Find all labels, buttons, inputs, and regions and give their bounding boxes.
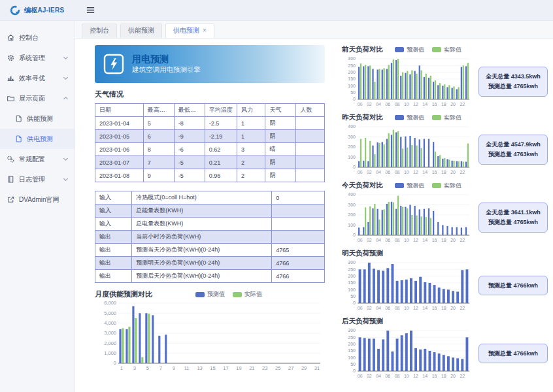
tab-console[interactable]: 控制台 xyxy=(82,24,117,38)
table-row: 2023-01-089-50.962阴 xyxy=(95,169,325,182)
svg-text:6,000: 6,000 xyxy=(104,301,116,306)
table-cell: 预测明天冷热负荷(KWH)(0-24h) xyxy=(132,257,272,270)
svg-text:02: 02 xyxy=(367,102,372,106)
actual-legend-swatch xyxy=(233,292,242,297)
table-cell: 7 xyxy=(143,156,174,169)
sidebar-item-energy-supply-forecast[interactable]: 供能预测 xyxy=(0,108,75,129)
svg-text:300: 300 xyxy=(348,56,356,61)
chart-day-before-yesterday: 0501001502002503000002040608101214161820… xyxy=(342,56,473,107)
sidebar-item-label: 供电预测 xyxy=(27,135,70,144)
monthly-chart-header: 月度供能预测对比 预测值 实际值 xyxy=(95,289,325,299)
svg-text:200: 200 xyxy=(348,70,356,74)
table-cell: 阴 xyxy=(265,130,296,143)
hamburger-menu-icon[interactable] xyxy=(84,4,97,16)
table-cell: 晴 xyxy=(265,143,296,156)
summary-line: 全天总量 4547.9kwh xyxy=(483,140,543,150)
predicted-legend-swatch xyxy=(395,115,404,120)
folder-icon xyxy=(7,94,15,103)
input-output-table: 输入冷热模式(0=coll H=hot)0输入总能量表数(KWH)输入总电量表数… xyxy=(95,191,325,283)
table-cell: 9 xyxy=(143,169,174,182)
content: 用电预测 建筑空调用电预测引擎 天气情况 日期最高温度最低温度平均温度风力天气人… xyxy=(75,39,553,392)
banner-title: 用电预测 xyxy=(132,54,201,65)
legend-label: 实际值 xyxy=(444,182,461,190)
svg-text:0: 0 xyxy=(353,165,356,169)
svg-text:16: 16 xyxy=(432,170,437,174)
brand-logo-icon xyxy=(9,5,21,16)
table-cell: 当前小时冷热负荷(KWH) xyxy=(132,231,272,244)
sidebar-item-general-config[interactable]: 常规配置 xyxy=(0,149,75,169)
svg-text:04: 04 xyxy=(376,238,381,242)
table-cell: 2 xyxy=(237,169,265,182)
file-icon xyxy=(14,114,23,123)
monthly-forecast-chart: 01,0002,0003,0004,0005,0006,000135791113… xyxy=(95,301,324,371)
svg-text:11: 11 xyxy=(184,365,190,371)
section-today: 今天负荷对比预测值实际值0100200300400000204060810121… xyxy=(342,181,548,243)
svg-text:50: 50 xyxy=(350,90,356,95)
sidebar-item-label: 供能预测 xyxy=(27,114,70,123)
predicted-legend-swatch xyxy=(395,183,404,188)
tab-energy-supply-forecast[interactable]: 供能预测 xyxy=(120,24,162,38)
sidebar-item-power-supply-forecast[interactable]: 供电预测 xyxy=(0,129,75,149)
table-row: 输出预测后天冷热负荷(KWH)(0-24h)4766 xyxy=(95,270,325,283)
table-cell: -6 xyxy=(174,143,205,156)
svg-text:12: 12 xyxy=(413,102,418,106)
svg-text:3: 3 xyxy=(133,365,136,371)
svg-text:12: 12 xyxy=(413,306,418,310)
tab-label: 供电预测 xyxy=(173,26,199,35)
column-header: 风力 xyxy=(237,104,265,117)
table-cell: 输出 xyxy=(95,244,132,257)
sidebar-item-system-management[interactable]: 系统管理 xyxy=(0,48,75,68)
svg-text:200: 200 xyxy=(348,274,356,278)
sidebar-item-label: 控制台 xyxy=(19,33,70,42)
summary-card-day-before-yesterday: 全天总量 4343.5kwh预测总量 4765kwh xyxy=(478,67,548,97)
table-cell: 4766 xyxy=(272,270,325,283)
table-cell: 冷热模式(0=coll H=hot) xyxy=(132,191,272,204)
summary-card-yesterday: 全天总量 4547.9kwh预测总量 4763kwh xyxy=(478,135,548,165)
table-cell: 4766 xyxy=(272,257,325,270)
table-cell: 0.62 xyxy=(205,143,237,156)
svg-text:13: 13 xyxy=(197,365,202,371)
actual-legend-swatch xyxy=(432,183,441,188)
summary-line: 预测总量 4763kwh xyxy=(483,150,543,159)
sidebar-item-dvadmin-site[interactable]: DVAdmin官网 xyxy=(0,189,75,210)
column-header: 平均温度 xyxy=(205,104,237,117)
svg-text:14: 14 xyxy=(422,238,427,242)
chart-legend: 预测值实际值 xyxy=(395,114,461,122)
column-header: 天气 xyxy=(265,104,296,117)
svg-text:10: 10 xyxy=(404,170,409,174)
section-body: 0501001502002503000002040608101214161820… xyxy=(342,260,548,311)
tab-power-supply-forecast[interactable]: 供电预测× xyxy=(165,24,214,38)
sidebar-item-efficiency-optimization[interactable]: 效率寻优 xyxy=(0,68,75,88)
svg-text:100: 100 xyxy=(348,155,356,159)
svg-text:250: 250 xyxy=(348,335,356,340)
table-cell xyxy=(296,156,325,169)
sidebar-item-console[interactable]: 控制台 xyxy=(0,27,75,48)
close-icon[interactable]: × xyxy=(203,27,207,34)
table-cell: 2023-01-05 xyxy=(95,130,144,143)
sidebar-item-log-management[interactable]: 日志管理 xyxy=(0,169,75,189)
column-header: 最高温度 xyxy=(143,104,174,117)
table-cell: 1 xyxy=(237,130,265,143)
sidebar-item-label: 展示页面 xyxy=(19,94,61,103)
summary-card-tomorrow: 预测总量 4766kwh xyxy=(478,276,548,296)
sidebar-item-label: 日志管理 xyxy=(19,175,61,184)
weather-section-title: 天气情况 xyxy=(95,90,325,99)
table-row: 输出预测明天冷热负荷(KWH)(0-24h)4766 xyxy=(95,257,325,270)
sidebar-item-label: 系统管理 xyxy=(19,54,61,63)
sidebar-item-display-pages[interactable]: 展示页面 xyxy=(0,88,75,108)
svg-text:04: 04 xyxy=(376,170,381,174)
summary-line: 预测总量 4765kwh xyxy=(483,218,543,227)
svg-text:1,000: 1,000 xyxy=(104,350,116,356)
section-header: 后天负荷预测 xyxy=(342,317,548,326)
summary-line: 全天总量 3641.1kwh xyxy=(483,208,543,218)
svg-text:25: 25 xyxy=(275,365,280,371)
table-cell: 输入 xyxy=(95,218,132,231)
svg-text:300: 300 xyxy=(348,260,356,265)
legend-label: 预测值 xyxy=(407,46,424,54)
chart-title-day-after-tomorrow: 后天负荷预测 xyxy=(342,317,383,326)
svg-text:00: 00 xyxy=(358,170,363,174)
summary-line: 预测总量 4765kwh xyxy=(483,82,543,91)
predicted-legend-swatch xyxy=(195,292,205,297)
svg-text:23: 23 xyxy=(262,365,267,371)
svg-text:06: 06 xyxy=(385,102,390,106)
